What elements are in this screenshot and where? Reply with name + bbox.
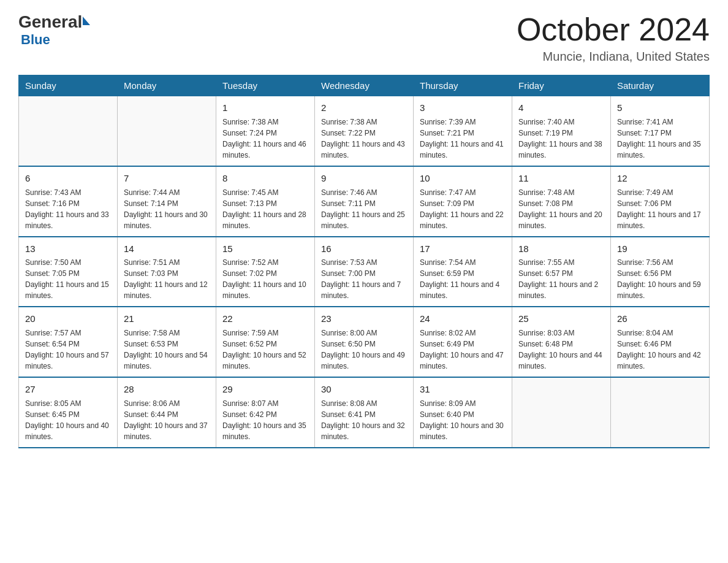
calendar-cell: 10Sunrise: 7:47 AMSunset: 7:09 PMDayligh… [414, 166, 512, 237]
day-info: Sunrise: 7:44 AMSunset: 7:14 PMDaylight:… [124, 187, 210, 231]
day-number: 18 [518, 242, 604, 256]
day-number: 5 [617, 101, 703, 115]
calendar-cell: 25Sunrise: 8:03 AMSunset: 6:48 PMDayligh… [512, 307, 611, 377]
col-tuesday: Tuesday [216, 75, 315, 96]
day-number: 29 [222, 383, 308, 396]
day-number: 9 [321, 172, 407, 185]
calendar-cell: 28Sunrise: 8:06 AMSunset: 6:44 PMDayligh… [118, 377, 216, 448]
week-row-3: 13Sunrise: 7:50 AMSunset: 7:05 PMDayligh… [19, 237, 710, 307]
day-number: 27 [25, 383, 111, 396]
calendar-cell: 22Sunrise: 7:59 AMSunset: 6:52 PMDayligh… [216, 307, 315, 377]
calendar-cell: 14Sunrise: 7:51 AMSunset: 7:03 PMDayligh… [118, 237, 216, 307]
day-info: Sunrise: 7:46 AMSunset: 7:11 PMDaylight:… [321, 187, 407, 231]
day-number: 25 [518, 312, 604, 326]
day-info: Sunrise: 7:43 AMSunset: 7:16 PMDaylight:… [25, 187, 111, 231]
logo-general-text: General [18, 12, 82, 32]
calendar-cell: 3Sunrise: 7:39 AMSunset: 7:21 PMDaylight… [414, 96, 512, 166]
calendar-cell: 17Sunrise: 7:54 AMSunset: 6:59 PMDayligh… [414, 237, 512, 307]
day-number: 20 [25, 312, 111, 326]
calendar-cell: 16Sunrise: 7:53 AMSunset: 7:00 PMDayligh… [315, 237, 414, 307]
day-number: 28 [124, 383, 210, 396]
location-text: Muncie, Indiana, United States [517, 50, 710, 64]
calendar-cell: 2Sunrise: 7:38 AMSunset: 7:22 PMDaylight… [315, 96, 414, 166]
calendar-cell [512, 377, 611, 448]
calendar-cell: 26Sunrise: 8:04 AMSunset: 6:46 PMDayligh… [611, 307, 710, 377]
col-sunday: Sunday [19, 75, 118, 96]
day-number: 16 [321, 242, 407, 256]
month-title: October 2024 [517, 12, 710, 47]
calendar-cell: 8Sunrise: 7:45 AMSunset: 7:13 PMDaylight… [216, 166, 315, 237]
day-info: Sunrise: 8:05 AMSunset: 6:45 PMDaylight:… [25, 398, 111, 442]
logo-arrow-icon [83, 17, 90, 25]
day-number: 17 [420, 242, 506, 256]
day-info: Sunrise: 8:04 AMSunset: 6:46 PMDaylight:… [617, 327, 703, 372]
day-info: Sunrise: 7:56 AMSunset: 6:56 PMDaylight:… [617, 257, 703, 301]
day-number: 23 [321, 312, 407, 326]
day-info: Sunrise: 7:53 AMSunset: 7:00 PMDaylight:… [321, 257, 407, 301]
day-info: Sunrise: 7:47 AMSunset: 7:09 PMDaylight:… [420, 187, 506, 231]
day-number: 26 [617, 312, 703, 326]
day-info: Sunrise: 8:08 AMSunset: 6:41 PMDaylight:… [321, 398, 407, 442]
calendar-cell: 27Sunrise: 8:05 AMSunset: 6:45 PMDayligh… [19, 377, 118, 448]
calendar-cell [611, 377, 710, 448]
logo: General Blue [18, 12, 90, 48]
day-info: Sunrise: 8:09 AMSunset: 6:40 PMDaylight:… [420, 398, 506, 442]
day-info: Sunrise: 8:03 AMSunset: 6:48 PMDaylight:… [518, 327, 604, 372]
day-number: 22 [222, 312, 308, 326]
col-monday: Monday [118, 75, 216, 96]
day-number: 10 [420, 172, 506, 185]
day-info: Sunrise: 7:59 AMSunset: 6:52 PMDaylight:… [222, 327, 308, 372]
day-info: Sunrise: 7:38 AMSunset: 7:24 PMDaylight:… [222, 117, 308, 161]
day-number: 6 [25, 172, 111, 185]
day-info: Sunrise: 8:06 AMSunset: 6:44 PMDaylight:… [124, 398, 210, 442]
day-number: 19 [617, 242, 703, 256]
calendar-cell: 18Sunrise: 7:55 AMSunset: 6:57 PMDayligh… [512, 237, 611, 307]
day-info: Sunrise: 8:02 AMSunset: 6:49 PMDaylight:… [420, 327, 506, 372]
calendar-cell: 19Sunrise: 7:56 AMSunset: 6:56 PMDayligh… [611, 237, 710, 307]
calendar-cell: 1Sunrise: 7:38 AMSunset: 7:24 PMDaylight… [216, 96, 315, 166]
week-row-2: 6Sunrise: 7:43 AMSunset: 7:16 PMDaylight… [19, 166, 710, 237]
week-row-1: 1Sunrise: 7:38 AMSunset: 7:24 PMDaylight… [19, 96, 710, 166]
week-row-4: 20Sunrise: 7:57 AMSunset: 6:54 PMDayligh… [19, 307, 710, 377]
day-number: 3 [420, 101, 506, 115]
day-info: Sunrise: 7:38 AMSunset: 7:22 PMDaylight:… [321, 117, 407, 161]
calendar-cell: 15Sunrise: 7:52 AMSunset: 7:02 PMDayligh… [216, 237, 315, 307]
day-info: Sunrise: 7:58 AMSunset: 6:53 PMDaylight:… [124, 327, 210, 372]
week-row-5: 27Sunrise: 8:05 AMSunset: 6:45 PMDayligh… [19, 377, 710, 448]
calendar-cell [118, 96, 216, 166]
calendar-cell: 30Sunrise: 8:08 AMSunset: 6:41 PMDayligh… [315, 377, 414, 448]
day-info: Sunrise: 7:50 AMSunset: 7:05 PMDaylight:… [25, 257, 111, 301]
day-number: 11 [518, 172, 604, 185]
calendar-cell: 7Sunrise: 7:44 AMSunset: 7:14 PMDaylight… [118, 166, 216, 237]
day-number: 31 [420, 383, 506, 396]
day-number: 13 [25, 242, 111, 256]
calendar-cell: 11Sunrise: 7:48 AMSunset: 7:08 PMDayligh… [512, 166, 611, 237]
logo-blue-text: Blue [21, 32, 50, 47]
day-number: 14 [124, 242, 210, 256]
day-number: 12 [617, 172, 703, 185]
calendar-cell: 23Sunrise: 8:00 AMSunset: 6:50 PMDayligh… [315, 307, 414, 377]
day-info: Sunrise: 7:48 AMSunset: 7:08 PMDaylight:… [518, 187, 604, 231]
calendar-table: Sunday Monday Tuesday Wednesday Thursday… [18, 75, 710, 448]
col-saturday: Saturday [611, 75, 710, 96]
day-info: Sunrise: 7:51 AMSunset: 7:03 PMDaylight:… [124, 257, 210, 301]
header-row: Sunday Monday Tuesday Wednesday Thursday… [19, 75, 710, 96]
day-number: 1 [222, 101, 308, 115]
day-info: Sunrise: 7:57 AMSunset: 6:54 PMDaylight:… [25, 327, 111, 372]
day-number: 30 [321, 383, 407, 396]
page-header: General Blue October 2024 Muncie, Indian… [18, 12, 710, 64]
calendar-cell: 24Sunrise: 8:02 AMSunset: 6:49 PMDayligh… [414, 307, 512, 377]
day-number: 15 [222, 242, 308, 256]
day-number: 8 [222, 172, 308, 185]
day-info: Sunrise: 7:45 AMSunset: 7:13 PMDaylight:… [222, 187, 308, 231]
calendar-cell [19, 96, 118, 166]
calendar-cell: 9Sunrise: 7:46 AMSunset: 7:11 PMDaylight… [315, 166, 414, 237]
calendar-cell: 12Sunrise: 7:49 AMSunset: 7:06 PMDayligh… [611, 166, 710, 237]
calendar-cell: 31Sunrise: 8:09 AMSunset: 6:40 PMDayligh… [414, 377, 512, 448]
day-info: Sunrise: 8:00 AMSunset: 6:50 PMDaylight:… [321, 327, 407, 372]
calendar-cell: 13Sunrise: 7:50 AMSunset: 7:05 PMDayligh… [19, 237, 118, 307]
calendar-cell: 21Sunrise: 7:58 AMSunset: 6:53 PMDayligh… [118, 307, 216, 377]
calendar-cell: 6Sunrise: 7:43 AMSunset: 7:16 PMDaylight… [19, 166, 118, 237]
day-number: 21 [124, 312, 210, 326]
calendar-cell: 29Sunrise: 8:07 AMSunset: 6:42 PMDayligh… [216, 377, 315, 448]
